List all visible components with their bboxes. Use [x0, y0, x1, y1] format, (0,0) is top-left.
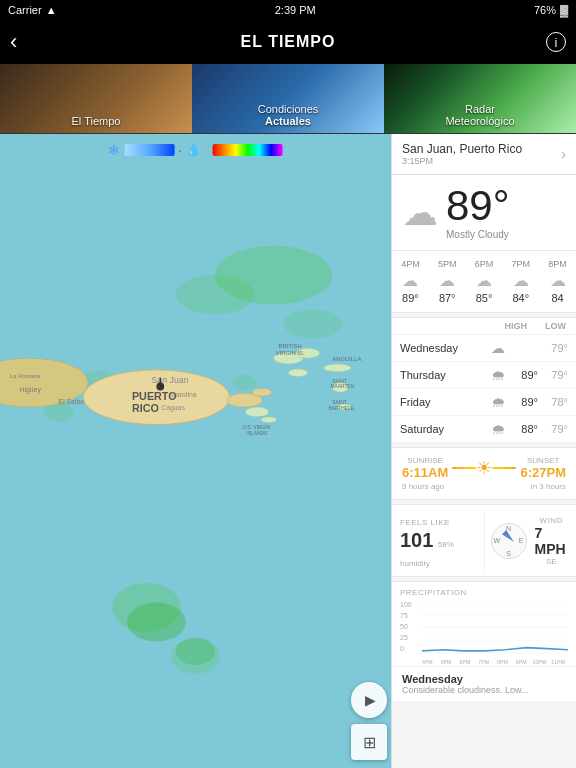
sunset-time: 6:27PM	[520, 465, 566, 480]
map-canvas: PUERTO RICO San Juan Carolina Caguas BRI…	[0, 134, 391, 768]
daily-icon: ☁	[488, 340, 508, 356]
low-col-label: LOW	[545, 321, 566, 331]
hourly-icon: ☁	[550, 271, 566, 290]
wifi-icon: ▲	[46, 4, 57, 16]
tab-el-tiempo[interactable]: El Tiempo	[0, 64, 192, 133]
svg-point-3	[283, 309, 342, 338]
sun-section: SUNRISE 6:11AM ☀ SUNSET 6:27PM 9 hours a…	[392, 447, 576, 500]
battery-icon: ▓	[560, 4, 568, 16]
precipitation-title: PRECIPITATION	[400, 588, 568, 597]
wind-label: WIND	[540, 516, 563, 525]
daily-icon: 🌧	[488, 394, 508, 410]
tab-condiciones-label2: Actuales	[196, 115, 380, 127]
daily-col-headers: HIGH LOW	[505, 321, 567, 331]
feels-wind-section: FEELS LIKE 101 58% humidity N S E W WIND	[392, 504, 576, 577]
play-button[interactable]: ▶	[351, 682, 387, 718]
location-info: San Juan, Puerto Rico 3:15PM	[402, 142, 522, 166]
svg-point-2	[176, 275, 254, 314]
sun-arc: ☀	[452, 457, 516, 479]
feels-like-value: 101	[400, 529, 433, 551]
layers-button[interactable]: ⊞	[351, 724, 387, 760]
hourly-label: 6PM	[475, 259, 494, 269]
right-panel: San Juan, Puerto Rico 3:15PM › ☁ 89° Mos…	[391, 134, 576, 768]
hourly-item: 4PM ☁ 89°	[398, 257, 423, 306]
daily-day: Friday	[400, 396, 488, 408]
sun-subtext-row: 9 hours ago in 3 hours	[402, 482, 566, 491]
precip-y-0: 0	[400, 645, 422, 652]
daily-row: Saturday 🌧 88° 79°	[392, 416, 576, 443]
daily-low: 79°	[538, 423, 568, 435]
status-right: 76% ▓	[534, 4, 568, 16]
info-button[interactable]: i	[546, 32, 566, 52]
svg-text:4PM: 4PM	[422, 659, 433, 665]
precipitation-section: PRECIPITATION 100 75 50 25 0	[392, 581, 576, 666]
wednesday-note: Wednesday Considerable cloudiness. Low..…	[392, 666, 576, 701]
daily-rows: Wednesday ☁ 79° Thursday 🌧 89° 79° Frida…	[392, 335, 576, 443]
sunset-subtext: in 3 hours	[531, 482, 566, 491]
location-header[interactable]: San Juan, Puerto Rico 3:15PM ›	[392, 134, 576, 175]
daily-high: 89°	[508, 396, 538, 408]
precip-y-25: 25	[400, 634, 422, 641]
sunrise-subtext: 9 hours ago	[402, 482, 444, 491]
feels-like-label: FEELS LIKE	[400, 518, 450, 527]
sun-row: SUNRISE 6:11AM ☀ SUNSET 6:27PM	[402, 456, 566, 480]
svg-text:MAARTEN: MAARTEN	[330, 384, 354, 389]
sunrise-label: SUNRISE	[407, 456, 443, 465]
svg-text:U.S. VIRGIN: U.S. VIRGIN	[242, 425, 270, 430]
svg-text:10PM: 10PM	[533, 659, 547, 665]
daily-low: 79°	[538, 342, 568, 354]
hourly-temp: 87°	[439, 292, 456, 304]
status-bar: Carrier ▲ 2:39 PM 76% ▓	[0, 0, 576, 20]
status-left: Carrier ▲	[8, 4, 57, 16]
svg-point-22	[288, 369, 308, 377]
hourly-icon: ☁	[476, 271, 492, 290]
daily-low: 78°	[538, 396, 568, 408]
daily-icon: 🌧	[488, 367, 508, 383]
tab-radar[interactable]: Radar Meteorológico	[384, 64, 576, 133]
daily-high: 88°	[508, 423, 538, 435]
hourly-item: 6PM ☁ 85°	[472, 257, 497, 306]
svg-point-29	[324, 364, 351, 372]
daily-day: Thursday	[400, 369, 488, 381]
sunset-col: SUNSET 6:27PM	[520, 456, 566, 480]
svg-text:PUERTO: PUERTO	[132, 390, 177, 402]
sunset-label: SUNSET	[527, 456, 559, 465]
hourly-temp: 85°	[476, 292, 493, 304]
svg-text:7PM: 7PM	[478, 659, 489, 665]
svg-text:8PM: 8PM	[497, 659, 508, 665]
tab-condiciones[interactable]: Condiciones Actuales	[192, 64, 384, 133]
precip-y-75: 75	[400, 612, 422, 619]
compass: N S E W	[491, 523, 527, 559]
svg-text:La Romana: La Romana	[10, 373, 41, 379]
page-title: EL TIEMPO	[241, 33, 336, 51]
svg-point-25	[245, 407, 268, 417]
wednesday-title: Wednesday	[402, 673, 566, 685]
map-area[interactable]: ❄ · 💧 · PUERTO RICO	[0, 134, 391, 768]
legend-sep: ·	[205, 142, 209, 158]
svg-text:SAINT: SAINT	[332, 379, 346, 384]
precip-y-50: 50	[400, 623, 422, 630]
svg-text:11PM: 11PM	[551, 659, 565, 665]
daily-row: Friday 🌧 89° 78°	[392, 389, 576, 416]
hourly-label: 8PM	[548, 259, 567, 269]
daily-row: Wednesday ☁ 79°	[392, 335, 576, 362]
svg-point-14	[252, 388, 272, 396]
tab-condiciones-overlay: Condiciones Actuales	[192, 64, 384, 133]
precip-svg: 4PM 5PM 6PM 7PM 8PM 9PM 10PM 11PM	[422, 601, 568, 666]
current-description: Mostly Cloudy	[446, 229, 510, 240]
play-icon: ▶	[365, 692, 376, 708]
legend-dot1: ·	[178, 142, 182, 158]
main-area: ❄ · 💧 · PUERTO RICO	[0, 134, 576, 768]
back-button[interactable]: ‹	[10, 29, 17, 55]
hourly-label: 5PM	[438, 259, 457, 269]
hourly-item: 8PM ☁ 84	[545, 257, 570, 306]
daily-forecast: HIGH LOW Wednesday ☁ 79° Thursday 🌧 89° …	[392, 317, 576, 443]
current-weather-icon: ☁	[402, 192, 438, 234]
hourly-icon: ☁	[439, 271, 455, 290]
tab-condiciones-label1: Condiciones	[196, 103, 380, 115]
sun-arc-line-left	[452, 467, 476, 469]
location-chevron-icon: ›	[561, 146, 566, 162]
svg-rect-0	[0, 187, 391, 715]
wind-value-col: WIND 7 MPH SE	[535, 516, 569, 566]
svg-text:ANGUILLA: ANGUILLA	[332, 356, 361, 362]
